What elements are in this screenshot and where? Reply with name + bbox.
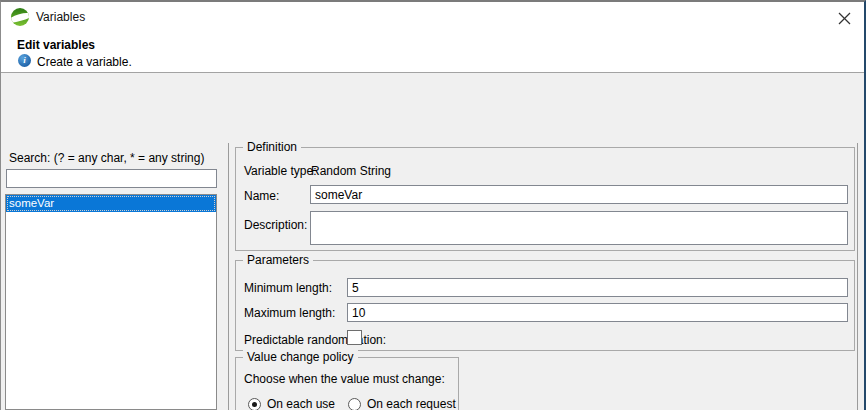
search-input[interactable]	[6, 169, 217, 188]
details-panel: Definition Variable type: Random String …	[228, 143, 858, 410]
variable-type-label: Variable type:	[244, 164, 317, 178]
page-title: Edit variables	[17, 38, 95, 52]
name-label: Name:	[244, 189, 279, 203]
value-change-policy-legend: Value change policy	[243, 350, 358, 364]
variable-list[interactable]: someVar	[5, 194, 217, 410]
description-label: Description:	[244, 218, 307, 232]
radio-on-each-request[interactable]: On each request	[348, 397, 456, 410]
minimum-length-label: Minimum length:	[244, 281, 332, 295]
definition-groupbox: Definition Variable type: Random String …	[235, 147, 855, 251]
window-title: Variables	[36, 10, 85, 24]
minimum-length-field[interactable]	[347, 278, 848, 297]
search-label: Search: (? = any char, * = any string)	[9, 151, 204, 165]
radio-on-each-use[interactable]: On each use	[248, 397, 335, 410]
radio-on-each-request-icon	[348, 398, 361, 410]
radio-on-each-use-icon	[248, 398, 261, 410]
dialog-body: Search: (? = any char, * = any string) s…	[1, 72, 864, 410]
description-field[interactable]	[310, 211, 848, 245]
predictable-randomization-label: Predictable randomization:	[244, 333, 386, 347]
maximum-length-field[interactable]	[347, 303, 848, 322]
maximum-length-label: Maximum length:	[244, 306, 335, 320]
info-icon: i	[18, 54, 31, 67]
title-bar: Variables	[1, 2, 864, 32]
neoload-logo-icon	[11, 8, 29, 26]
variables-dialog: Variables Edit variables i Create a vari…	[0, 0, 866, 410]
parameters-legend: Parameters	[243, 253, 313, 267]
value-change-policy-groupbox: Value change policy Choose when the valu…	[235, 357, 459, 410]
definition-legend: Definition	[243, 140, 301, 154]
list-item-somevar[interactable]: someVar	[6, 195, 216, 212]
close-icon[interactable]	[835, 9, 853, 27]
page-subtitle: Create a variable.	[37, 55, 132, 69]
name-field[interactable]	[310, 185, 848, 204]
parameters-groupbox: Parameters Minimum length: Maximum lengt…	[235, 260, 855, 351]
predictable-randomization-checkbox[interactable]	[347, 330, 362, 345]
policy-prompt: Choose when the value must change:	[244, 372, 445, 386]
variable-type-value: Random String	[311, 164, 391, 178]
